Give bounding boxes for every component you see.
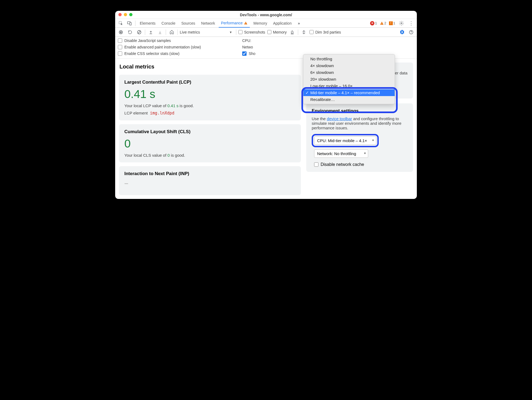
- tab-performance[interactable]: Performance: [219, 19, 250, 28]
- inp-value: –: [124, 179, 295, 188]
- svg-rect-6: [381, 24, 382, 24]
- shortcuts-icon[interactable]: [300, 29, 307, 36]
- capture-settings-icon[interactable]: [398, 29, 405, 36]
- inp-card: Interaction to Next Paint (INP) –: [119, 166, 301, 195]
- tab-sources[interactable]: Sources: [179, 19, 197, 28]
- local-metrics-heading: Local metrics: [119, 64, 301, 70]
- env-text: Use the device toolbar and configure thr…: [312, 116, 408, 130]
- cpu-throttling-select[interactable]: CPU: Mid-tier mobile – 4.1×: [314, 136, 376, 145]
- dim-checkbox[interactable]: Dim 3rd parties: [310, 30, 341, 34]
- performance-toolbar: Live metrics▼ Screenshots Memory Dim 3rd…: [115, 28, 417, 37]
- tab-elements[interactable]: Elements: [138, 19, 158, 28]
- window-title: DevTools - www.google.com/: [115, 13, 417, 17]
- tab-memory[interactable]: Memory: [251, 19, 270, 28]
- cls-desc: Your local CLS value of 0 is good.: [124, 153, 295, 158]
- settings-icon[interactable]: [398, 20, 405, 27]
- dd-4x[interactable]: 4× slowdown: [303, 62, 395, 69]
- svg-line-11: [138, 31, 141, 34]
- gc-icon[interactable]: [289, 29, 296, 36]
- issue-icon: !: [389, 21, 393, 25]
- screenshots-checkbox[interactable]: Screenshots: [238, 30, 265, 34]
- inspect-icon[interactable]: [117, 20, 124, 27]
- network-throttling-select[interactable]: Network: No throttling: [314, 149, 368, 158]
- cls-value: 0: [124, 137, 295, 150]
- dd-20x[interactable]: 20× slowdown: [303, 76, 395, 83]
- env-card: Environment settings Use the device tool…: [306, 103, 413, 172]
- enable-css-checkbox[interactable]: Enable CSS selector stats (slow): [118, 51, 231, 56]
- lcp-title: Largest Contentful Paint (LCP): [124, 80, 295, 85]
- issues-counter[interactable]: !1: [389, 21, 395, 25]
- disable-js-checkbox[interactable]: Disable JavaScript samples: [118, 38, 231, 43]
- disable-cache-checkbox[interactable]: Disable network cache: [314, 162, 408, 167]
- network-label: Netwo: [242, 45, 261, 49]
- svg-rect-3: [245, 23, 246, 24]
- lcp-element-code[interactable]: img.lnXdpd: [150, 111, 174, 116]
- tab-application[interactable]: Application: [271, 19, 294, 28]
- titlebar: DevTools - www.google.com/: [115, 11, 417, 19]
- traffic-lights: [118, 13, 132, 16]
- dd-recalibrate[interactable]: Recalibrate…: [303, 96, 395, 103]
- svg-point-7: [401, 22, 402, 24]
- cpu-label: CPU:: [242, 38, 261, 43]
- svg-rect-5: [381, 23, 382, 24]
- env-title: Environment settings: [312, 108, 408, 114]
- lcp-desc: Your local LCP value of 0.41 s is good.: [124, 103, 295, 108]
- show-checkbox[interactable]: Sho: [242, 51, 275, 56]
- warning-icon: [244, 21, 248, 25]
- svg-point-13: [411, 33, 411, 34]
- upload-icon[interactable]: [147, 29, 154, 36]
- cls-title: Cumulative Layout Shift (CLS): [124, 129, 295, 135]
- record-icon[interactable]: [117, 29, 124, 36]
- warning-icon: [380, 21, 384, 25]
- minimize-window-icon[interactable]: [124, 13, 127, 16]
- lcp-value: 0.41 s: [124, 88, 295, 101]
- device-toolbar-icon[interactable]: [126, 20, 133, 27]
- inp-title: Interaction to Next Paint (INP): [124, 171, 295, 176]
- error-icon: ✕: [370, 21, 374, 25]
- tab-network[interactable]: Network: [199, 19, 217, 28]
- help-icon[interactable]: [408, 29, 415, 36]
- svg-rect-4: [245, 24, 246, 24]
- reload-icon[interactable]: [127, 29, 134, 36]
- dd-6x[interactable]: 6× slowdown: [303, 69, 395, 76]
- download-icon[interactable]: [157, 29, 164, 36]
- dd-no-throttling[interactable]: No throttling: [303, 55, 395, 62]
- memory-checkbox[interactable]: Memory: [267, 30, 287, 34]
- more-tabs-icon[interactable]: »: [295, 20, 302, 27]
- cls-card: Cumulative Layout Shift (CLS) 0 Your loc…: [119, 124, 301, 162]
- tab-console[interactable]: Console: [159, 19, 177, 28]
- warning-counter[interactable]: 2: [380, 21, 386, 25]
- lcp-element: LCP element img.lnXdpd: [124, 111, 295, 116]
- cpu-select-highlight: CPU: Mid-tier mobile – 4.1×: [312, 134, 379, 147]
- device-toolbar-link[interactable]: device toolbar: [327, 116, 352, 121]
- dd-low-tier[interactable]: Low-tier mobile – 16.0×: [303, 83, 395, 89]
- lcp-card: Largest Contentful Paint (LCP) 0.41 s Yo…: [119, 75, 301, 120]
- close-window-icon[interactable]: [118, 13, 122, 16]
- dd-mid-tier[interactable]: Mid-tier mobile – 4.1× – recommended: [303, 89, 395, 96]
- zoom-window-icon[interactable]: [129, 13, 132, 16]
- panel-tabstrip: Elements Console Sources Network Perform…: [115, 19, 417, 28]
- home-icon[interactable]: [168, 29, 175, 36]
- svg-point-9: [120, 31, 122, 33]
- clear-icon[interactable]: [136, 29, 143, 36]
- devtools-window: DevTools - www.google.com/ Elements Cons…: [115, 11, 417, 199]
- error-counter[interactable]: ✕1: [370, 21, 377, 25]
- metrics-select[interactable]: Live metrics▼: [180, 30, 234, 34]
- enable-paint-checkbox[interactable]: Enable advanced paint instrumentation (s…: [118, 45, 231, 49]
- cpu-throttling-dropdown: No throttling 4× slowdown 6× slowdown 20…: [303, 54, 395, 104]
- kebab-menu-icon[interactable]: ⋮: [408, 20, 415, 27]
- svg-rect-2: [130, 22, 131, 25]
